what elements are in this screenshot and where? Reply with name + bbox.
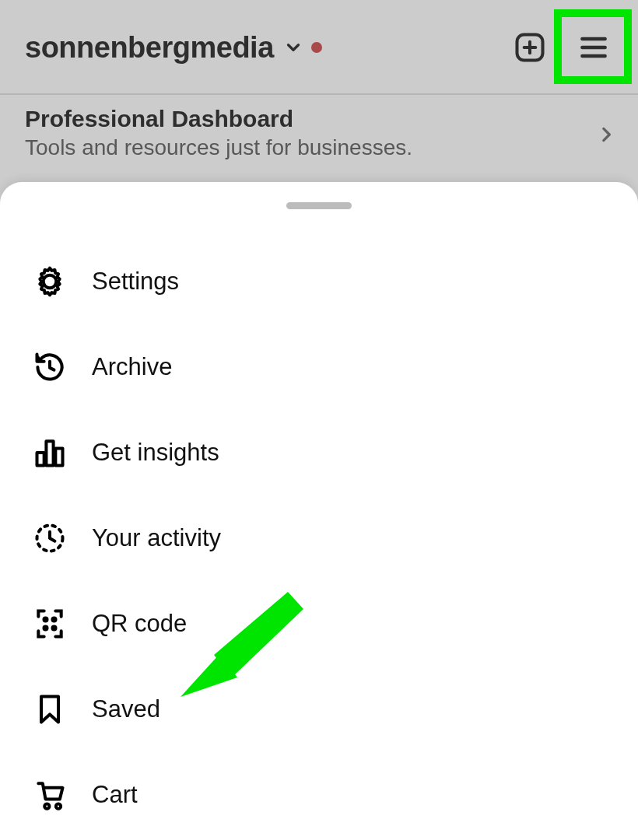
- chevron-right-icon: [596, 124, 616, 145]
- svg-point-16: [56, 804, 61, 809]
- svg-point-14: [52, 626, 55, 629]
- svg-rect-8: [46, 441, 53, 465]
- bookmark-icon: [31, 691, 68, 728]
- hamburger-menu-button[interactable]: [573, 26, 615, 68]
- menu-item-qrcode[interactable]: QR code: [31, 581, 607, 667]
- professional-dashboard-row[interactable]: Professional Dashboard Tools and resourc…: [0, 95, 638, 174]
- svg-point-11: [44, 618, 47, 621]
- menu-item-label: Archive: [92, 353, 172, 381]
- menu-item-label: QR code: [92, 610, 187, 638]
- menu-item-insights[interactable]: Get insights: [31, 410, 607, 495]
- menu-list: Settings Archive: [0, 239, 638, 838]
- menu-item-label: Settings: [92, 268, 179, 296]
- cart-icon: [31, 776, 68, 814]
- username-label[interactable]: sonnenbergmedia: [25, 31, 274, 65]
- svg-rect-7: [37, 453, 44, 466]
- svg-point-6: [44, 275, 57, 289]
- svg-point-15: [44, 804, 49, 809]
- menu-item-label: Saved: [92, 695, 160, 723]
- pro-dash-subtitle: Tools and resources just for businesses.: [25, 135, 616, 160]
- qr-code-icon: [31, 605, 68, 642]
- menu-item-label: Your activity: [92, 524, 221, 552]
- menu-item-activity[interactable]: Your activity: [31, 495, 607, 581]
- insights-chart-icon: [31, 434, 68, 471]
- menu-item-settings[interactable]: Settings: [31, 239, 607, 324]
- svg-point-13: [44, 626, 47, 629]
- chevron-down-icon: [283, 37, 303, 58]
- hamburger-icon: [577, 30, 611, 65]
- create-button[interactable]: [509, 26, 551, 68]
- menu-item-saved[interactable]: Saved: [31, 667, 607, 752]
- archive-clock-icon: [31, 348, 68, 386]
- sheet-drag-handle[interactable]: [286, 202, 352, 209]
- menu-item-label: Cart: [92, 781, 138, 809]
- menu-item-label: Get insights: [92, 439, 219, 467]
- account-switch-chevron[interactable]: [283, 37, 303, 58]
- menu-item-cart[interactable]: Cart: [31, 752, 607, 838]
- notification-dot-icon: [311, 42, 322, 53]
- profile-header: sonnenbergmedia: [0, 0, 638, 95]
- pro-dash-title: Professional Dashboard: [25, 106, 616, 132]
- menu-bottom-sheet: Settings Archive: [0, 182, 638, 840]
- activity-clock-icon: [31, 520, 68, 557]
- svg-rect-9: [55, 449, 62, 466]
- svg-point-12: [52, 618, 55, 621]
- menu-item-archive[interactable]: Archive: [31, 324, 607, 410]
- plus-square-icon: [513, 30, 547, 65]
- gear-icon: [31, 263, 68, 300]
